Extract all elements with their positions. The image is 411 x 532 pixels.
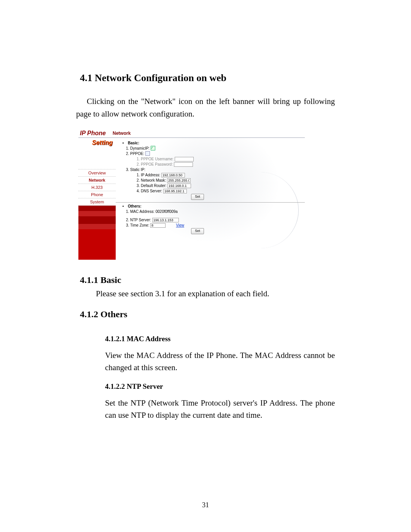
heading-4-1-2-1: 4.1.2.1 MAC Address: [105, 335, 335, 343]
pppoe-password-input[interactable]: [174, 162, 193, 167]
sidebar-item-h323[interactable]: H.323: [78, 184, 116, 191]
sidebar-decoration: [78, 206, 116, 211]
dynamic-ip-checkbox[interactable]: [151, 146, 155, 150]
others-set-button-row: Set: [123, 228, 303, 234]
others-set-button[interactable]: Set: [191, 228, 204, 234]
network-mask-label: Network Mask:: [141, 178, 166, 182]
ntp-server-input[interactable]: [152, 218, 179, 222]
page-number: 31: [0, 501, 411, 509]
sidebar: Setting Overview Network H.323 Phone Sys…: [78, 138, 116, 260]
pppoe-checkbox[interactable]: [145, 151, 150, 156]
brand-label: IP Phone: [80, 130, 113, 137]
sidebar-decoration: [78, 211, 116, 216]
pppoe-label: PPPOE:: [130, 152, 144, 156]
ip-address-label: IP Address:: [141, 173, 160, 177]
ntp-server-row: NTP Server:: [130, 217, 303, 223]
heading-4-1-1: 4.1.1 Basic: [80, 275, 335, 285]
time-zone-label: Time Zone:: [130, 223, 149, 227]
screenshot-body: Setting Overview Network H.323 Phone Sys…: [78, 138, 305, 260]
network-mask-row: Network Mask:: [141, 178, 303, 183]
dynamic-ip-row: DynamicIP:: [130, 146, 303, 151]
intro-paragraph: Clicking on the "Network" icon on the le…: [76, 95, 335, 120]
mac-address-row: MAC Address: 0020f0ff009a: [130, 209, 303, 214]
heading-4-1-2-2: 4.1.2.2 NTP Server: [105, 382, 335, 391]
dynamic-ip-label: DynamicIP:: [130, 146, 150, 150]
basic-section-label: Basic:: [123, 141, 303, 145]
text-4-1-2-1: View the MAC Address of the IP Phone. Th…: [105, 349, 335, 374]
default-router-label: Default Router:: [141, 184, 166, 188]
text-4-1-2-2: Set the NTP (Network Time Protocol) serv…: [105, 397, 335, 422]
pppoe-password-row: PPPOE Password:: [141, 162, 303, 167]
dns-server-label: DNS Server:: [141, 189, 162, 193]
static-ip-label: Static IP:: [130, 168, 145, 172]
pppoe-username-input[interactable]: [175, 157, 194, 161]
others-section-label: Others:: [123, 204, 303, 208]
ntp-server-label: NTP Server:: [130, 218, 151, 222]
text-4-1-1: Please see section 3.1 for an explanatio…: [96, 288, 335, 300]
mac-address-value: 0020f0ff009a: [156, 209, 178, 214]
sidebar-item-system[interactable]: System: [78, 198, 116, 205]
network-config-screenshot: IP Phone Network Setting Overview Networ…: [78, 129, 305, 260]
page-title: Network: [113, 131, 131, 136]
ip-address-input[interactable]: [161, 173, 185, 177]
network-mask-input[interactable]: [167, 178, 191, 183]
pppoe-password-label: PPPOE Password:: [141, 162, 173, 166]
default-router-input[interactable]: [167, 184, 191, 188]
sidebar-decoration: [78, 224, 116, 229]
pppoe-username-row: PPPOE Username:: [141, 157, 303, 162]
sidebar-decoration: [78, 216, 116, 224]
sidebar-item-overview[interactable]: Overview: [78, 169, 116, 176]
content-panel: Basic: DynamicIP: PPPOE: PPPOE Username:: [116, 138, 305, 260]
basic-set-button-row: Set: [123, 194, 303, 200]
ip-address-row: IP Address:: [141, 173, 303, 178]
basic-set-button[interactable]: Set: [191, 194, 204, 200]
sidebar-decoration: [78, 229, 116, 260]
screenshot-header: IP Phone Network: [78, 129, 305, 138]
sidebar-item-phone[interactable]: Phone: [78, 191, 116, 198]
time-zone-view-link[interactable]: View: [176, 223, 185, 227]
dns-server-input[interactable]: [163, 189, 187, 193]
heading-4-1: 4.1 Network Configuration on web: [80, 72, 335, 84]
pppoe-username-label: PPPOE Username:: [141, 157, 174, 161]
dns-server-row: DNS Server:: [141, 189, 303, 194]
pppoe-row: PPPOE: PPPOE Username: PPPOE Password:: [130, 151, 303, 167]
static-ip-row: Static IP: IP Address: Network Mask:: [130, 167, 303, 194]
sidebar-item-network[interactable]: Network: [78, 176, 116, 184]
mac-address-label: MAC Address:: [130, 209, 155, 214]
time-zone-row: Time Zone: View: [130, 223, 303, 228]
heading-4-1-2: 4.1.2 Others: [80, 309, 335, 320]
time-zone-input[interactable]: [150, 223, 166, 228]
section-divider: [116, 202, 305, 203]
sidebar-heading: Setting: [78, 138, 116, 152]
default-router-row: Default Router:: [141, 183, 303, 189]
